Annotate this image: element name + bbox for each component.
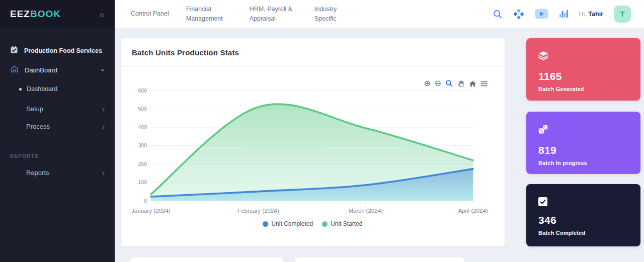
sidebar-collapse-icon[interactable]: « [99, 9, 105, 19]
chart-toolbar: ⊕ ⊖ [424, 79, 488, 88]
chart-card: Batch Units Production Stats ⊕ ⊖ 0100200… [121, 38, 505, 246]
area-chart[interactable]: 0100200300400500600January (2024)Februar… [121, 68, 505, 219]
logo-part2: BOOK [30, 9, 61, 19]
bullet-icon [19, 88, 22, 91]
sidebar-item-production-food-services[interactable]: Production Food Services [0, 41, 115, 60]
y-axis-label: 500 [138, 106, 147, 112]
user-greeting: Hi, Tahir [579, 11, 603, 18]
zoom-in-icon[interactable]: ⊕ [424, 79, 430, 88]
chevron-right-icon: › [102, 105, 105, 113]
stat-label: Batch In progress [538, 160, 628, 166]
y-axis-label: 100 [138, 179, 147, 185]
nav-control-panel[interactable]: Control Panel [131, 9, 169, 18]
sidebar-item-label: DashBoard [25, 66, 102, 74]
nav-industry-specific[interactable]: Industry Specific [314, 5, 346, 23]
stat-card-batch-in-progress: 819 Batch In progress [526, 112, 640, 174]
y-axis-label: 400 [138, 124, 147, 130]
reset-home-icon[interactable] [469, 80, 476, 88]
chart-title: Batch Units Production Stats [132, 48, 239, 57]
y-axis-label: 600 [138, 88, 147, 94]
main-nav: Control Panel Financial Management HRM, … [131, 5, 346, 23]
header-actions: Hi, Tahir T [493, 6, 644, 23]
search-icon[interactable] [493, 9, 503, 19]
stat-label: Batch Completed [538, 230, 628, 236]
nav-hrm-payroll-appraisal[interactable]: HRM, Payroll & Appraisal [250, 5, 297, 23]
stat-card-batch-completed: 346 Batch Completed [526, 184, 640, 246]
stat-value: 819 [538, 144, 628, 156]
legend-label: Unit Started [331, 220, 362, 227]
sidebar-module-label: Production Food Services [24, 47, 102, 54]
sidebar-item-label: Process [26, 123, 102, 130]
sidebar: EEZBOOK « Production Food Services DashB… [0, 0, 115, 262]
zoom-out-icon[interactable]: ⊖ [435, 79, 441, 88]
nav-financial-management[interactable]: Financial Management [186, 5, 232, 23]
sidebar-item-label: Setup [26, 105, 102, 113]
pan-icon[interactable] [457, 80, 465, 88]
stat-card-batch-generated: 1165 Batch Generated [526, 38, 640, 101]
user-name: Tahir [588, 11, 603, 18]
sidebar-section-reports: REPORTS [0, 148, 115, 164]
logo-part1: EEZ [10, 9, 30, 19]
sidebar-item-reports[interactable]: Reports › [0, 164, 115, 182]
y-axis-label: 0 [144, 198, 147, 204]
bar-chart-icon[interactable] [559, 10, 569, 18]
home-icon [10, 65, 19, 75]
x-axis-label: March (2024) [348, 208, 383, 214]
dice-icon [538, 125, 628, 136]
sidebar-item-process[interactable]: Process › [0, 118, 115, 135]
stat-value: 346 [538, 214, 628, 226]
apps-diamonds-icon[interactable] [513, 9, 524, 20]
y-axis-label: 200 [138, 161, 147, 167]
calendar-check-icon [10, 46, 18, 55]
sidebar-subitem-dashboard[interactable]: Dashboard [0, 81, 115, 97]
sidebar-subitem-label: Dashboard [27, 85, 57, 93]
legend-item[interactable]: Unit Completed [263, 220, 313, 227]
chart-legend: Unit CompletedUnit Started [121, 220, 505, 227]
chart-card-header: Batch Units Production Stats [121, 38, 505, 67]
sidebar-item-setup[interactable]: Setup › [0, 100, 115, 118]
sidebar-item-dashboard[interactable]: DashBoard › [0, 60, 115, 80]
chevron-right-icon: › [102, 123, 105, 130]
y-axis-label: 300 [138, 142, 147, 148]
x-axis-label: April (2024) [458, 208, 488, 214]
logo-bar: EEZBOOK « [0, 0, 115, 28]
avatar[interactable]: T [614, 6, 631, 23]
greeting-prefix: Hi, [579, 11, 587, 18]
x-axis-label: February (2024) [237, 208, 279, 214]
chart-svg: 0100200300400500600January (2024)Februar… [121, 68, 505, 219]
legend-item[interactable]: Unit Started [322, 220, 362, 227]
stat-value: 1165 [538, 70, 628, 82]
layers-icon [538, 51, 628, 62]
partial-card-left [129, 257, 283, 262]
stat-label: Batch Generated [538, 86, 628, 92]
legend-label: Unit Completed [271, 220, 313, 227]
chevron-right-icon: › [102, 169, 105, 177]
legend-dot [263, 221, 268, 227]
video-play-icon[interactable] [535, 9, 548, 19]
sidebar-item-label: Reports [26, 169, 102, 177]
chevron-down-icon: › [100, 69, 107, 71]
menu-icon[interactable] [480, 80, 488, 87]
top-header: Control Panel Financial Management HRM, … [115, 0, 644, 28]
selection-zoom-icon[interactable] [445, 79, 453, 88]
partial-card-right [295, 257, 464, 262]
legend-dot [322, 221, 328, 227]
x-axis-label: January (2024) [131, 208, 171, 214]
checkbox-checked-icon [538, 197, 547, 206]
app-logo[interactable]: EEZBOOK [10, 9, 61, 20]
